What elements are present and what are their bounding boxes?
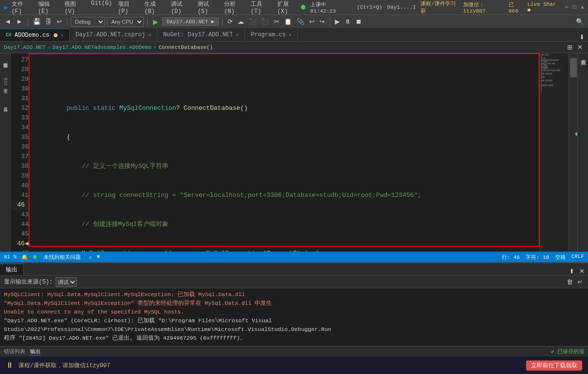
window-max[interactable]: □ (573, 4, 576, 10)
tab-csproj-label: Day17.ADO.NET.csproj (75, 31, 145, 38)
promo-button[interactable]: 立即前往下载领取 (526, 360, 582, 371)
undo-button[interactable]: ↩ (55, 17, 63, 26)
step-in-button[interactable]: ⏸ (343, 17, 352, 26)
toolbar-sep-3 (147, 17, 148, 26)
toolbar-extra-1[interactable]: ⟳ (226, 17, 234, 26)
editor-area[interactable]: 27 28 29 30 31 32 33 34 35 36 37 38 39 4… (11, 53, 577, 252)
menu-tools[interactable]: 工具(T) (251, 0, 271, 15)
scrollbar-thumb[interactable] (570, 58, 577, 77)
code-highlight-box (29, 53, 540, 247)
output-error-tab[interactable]: 输出 (30, 348, 41, 356)
class-status: 上课中 01:42:23 (310, 1, 352, 14)
forward-button[interactable]: ▶ (15, 17, 24, 26)
main-area: 解决方案资源管理 Git更改 工具箱 27 28 29 30 31 32 33 … (0, 53, 588, 252)
output-clear-button[interactable]: 🗑 (565, 278, 574, 286)
output-line-5: "Day17.ADO.NET.exe" (CoreCLR: clrhost): … (4, 316, 584, 334)
menu-bar[interactable]: 文件(F) 编辑(E) 视图(V) Git(G) 项目(P) 生成(B) 调试(… (12, 0, 298, 15)
output-source-select[interactable]: 调试 (56, 277, 77, 287)
code-line-30: // string connectString = "Server=localh… (36, 191, 536, 200)
no-issues-label: 未找到相关问题 (44, 254, 81, 261)
back-button[interactable]: ◀ (3, 17, 13, 26)
undo2-button[interactable]: ↩ (308, 17, 316, 26)
bottom-tabs: 输出 ⬆ ✕ (0, 263, 588, 276)
menu-git[interactable]: Git(G) (91, 0, 112, 15)
error-list-tab[interactable]: 错误列表 (4, 348, 25, 355)
live-label: Live Shar ■ (528, 1, 560, 13)
tab-program-label: Program.cs (251, 31, 286, 38)
breadcrumb-class: Day17.ADO.NETadosamples.ADODemo (52, 45, 151, 50)
output-float-button[interactable]: ⬆ (568, 267, 576, 275)
toolbar-extra-7[interactable]: 📎 (295, 17, 306, 26)
pause-icon[interactable]: ⏸ (6, 361, 14, 370)
menu-file[interactable]: 文件(F) (12, 0, 32, 15)
run-button[interactable]: ▶ (151, 18, 160, 26)
app-icon: ▶ (4, 2, 9, 12)
warning-icon: ⚠ (89, 254, 92, 260)
cpu-select[interactable]: Any CPU x64 x86 (107, 17, 144, 27)
toolbar-sep-2 (67, 17, 67, 26)
menu-extensions[interactable]: 扩展(X) (277, 0, 298, 15)
tab-nuget-label: NuGet: Day17.ADO.NET (163, 31, 233, 38)
tab-program[interactable]: Program.cs ✕ (245, 29, 298, 41)
output-line-2: "MySql.Data.MySqlClient.MySqlException" … (4, 299, 584, 308)
tab-nuget[interactable]: NuGet: Day17.ADO.NET ✕ (157, 29, 245, 41)
output-source-label: 显示输出来源(S): (4, 278, 53, 286)
step-over-button[interactable]: ▶ (333, 17, 341, 26)
output-area[interactable]: MySQLClient: MySql.Data.MySqlClient.MySq… (0, 288, 588, 346)
split-editor-button[interactable]: ⊞ (566, 43, 574, 51)
output-wrap-button[interactable]: ↵ (576, 278, 584, 286)
code-line-31: // 创建连接MySql客户端对象 (36, 220, 536, 229)
char-col: 字符: 10 (526, 254, 549, 261)
breadcrumb-sep-1: › (47, 45, 51, 50)
tab-nuget-close[interactable]: ✕ (236, 32, 239, 38)
zoom-level: 81 % (4, 254, 16, 260)
step-out-button[interactable]: ⏹ (354, 17, 363, 26)
redo-button[interactable]: ↪ (318, 17, 326, 26)
error-tabs: 错误列表 输出 ✔ 已保存的项 (0, 346, 588, 357)
editor-header: Day17.ADO.NET › Day17.ADO.NETadosamples.… (0, 42, 588, 53)
menu-build[interactable]: 生成(B) (144, 0, 165, 15)
output-close-button[interactable]: ✕ (578, 267, 586, 275)
menu-analyze[interactable]: 分析(N) (224, 0, 245, 15)
scrollbar-track[interactable] (569, 53, 577, 252)
toolbar-sep-4 (222, 17, 223, 26)
status-filter-icon[interactable]: ▼ (97, 254, 100, 260)
menu-edit[interactable]: 编辑(E) (38, 0, 59, 15)
bottom-panel: 输出 ⬆ ✕ 显示输出来源(S): 调试 🗑 ↵ MySQLClient: My… (0, 262, 588, 357)
toolbar-extra-6[interactable]: 📋 (283, 17, 293, 26)
toolbar-extra-3[interactable]: ⬛ (247, 17, 258, 26)
close-editor-button[interactable]: ✕ (576, 43, 584, 51)
tab-csproj-close[interactable]: ✕ (148, 32, 151, 38)
search-bar-icon[interactable]: 🔍 (574, 17, 585, 26)
toolbox-icon[interactable]: 工具箱 (1, 100, 10, 108)
toolbar-extra-5[interactable]: ✂ (272, 17, 281, 26)
menu-debug[interactable]: 调试(D) (171, 0, 192, 15)
right-scrollbar[interactable] (569, 53, 577, 252)
breadcrumb-sep-2: › (153, 45, 157, 50)
output-line-1: MySQLClient: MySql.Data.MySqlClient.MySq… (4, 290, 584, 299)
save-button[interactable]: 💾 (31, 17, 42, 26)
debug-config-select[interactable]: Debug Release (71, 17, 105, 27)
menu-test[interactable]: 测试(S) (197, 0, 218, 15)
menu-project[interactable]: 项目(P) (118, 0, 139, 15)
save-all-button[interactable]: 🗄 (44, 17, 53, 26)
code-editor[interactable]: 27 28 29 30 31 32 33 34 35 36 37 38 39 4… (11, 53, 577, 252)
toolbar-extra-2[interactable]: ☁ (236, 17, 245, 26)
tab-adodemo-close[interactable]: ✕ (60, 32, 63, 38)
git-changes-icon[interactable]: Git更改 (1, 77, 10, 86)
code-text[interactable]: public static MySqlConnection? ConnectDa… (32, 53, 540, 252)
tab-csproj[interactable]: Day17.ADO.NET.csproj ✕ (70, 29, 157, 41)
window-close[interactable]: ✕ (581, 4, 584, 11)
toolbar-extra-4[interactable]: ⬛ (260, 17, 271, 26)
window-min[interactable]: ─ (565, 4, 568, 10)
tab-adodemo[interactable]: C# ADODemo.cs ✕ (0, 29, 70, 41)
toolbar-sep-1 (28, 17, 28, 26)
status-ok-dot (33, 255, 37, 259)
project-label: Day17.ADO.NET ▶ (162, 17, 219, 26)
tab-program-close[interactable]: ✕ (288, 32, 291, 38)
output-tab[interactable]: 输出 (0, 264, 24, 275)
solution-explorer-icon[interactable]: 解决方案资源管理 (1, 55, 10, 64)
menu-view[interactable]: 视图(V) (64, 0, 85, 15)
tab-list-button[interactable]: ⬇ (578, 33, 586, 41)
line-ending: CRLF (572, 254, 584, 261)
